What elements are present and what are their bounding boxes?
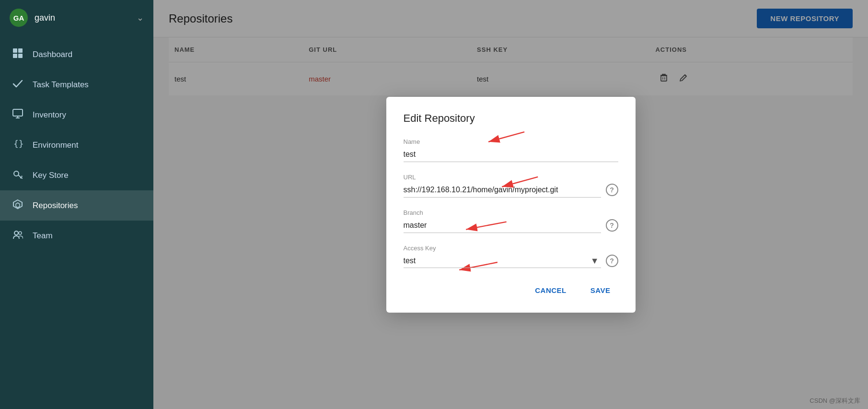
sidebar-item-environment-label: Environment bbox=[33, 140, 78, 150]
svg-marker-13 bbox=[16, 203, 20, 208]
check-icon bbox=[12, 78, 24, 91]
edit-repository-dialog: Edit Repository bbox=[386, 97, 636, 313]
svg-point-14 bbox=[14, 231, 18, 235]
sidebar-header: GA gavin ⌄ bbox=[0, 0, 153, 35]
name-label: Name bbox=[404, 138, 618, 145]
repo-icon bbox=[12, 199, 24, 212]
svg-rect-0 bbox=[13, 48, 17, 53]
cancel-button[interactable]: CANCEL bbox=[527, 281, 574, 299]
sidebar-item-repositories[interactable]: Repositories bbox=[0, 190, 153, 221]
branch-field-group: Branch ? bbox=[404, 209, 618, 233]
access-key-select[interactable]: test bbox=[404, 254, 601, 268]
sidebar-item-inventory-label: Inventory bbox=[33, 110, 66, 120]
url-label: URL bbox=[404, 174, 618, 181]
access-key-label: Access Key bbox=[404, 245, 618, 252]
team-icon bbox=[12, 229, 24, 242]
sidebar-item-task-templates-label: Task Templates bbox=[33, 80, 89, 90]
url-input[interactable] bbox=[404, 183, 601, 198]
braces-icon: {} bbox=[12, 139, 24, 152]
sidebar-item-team[interactable]: Team bbox=[0, 221, 153, 251]
svg-rect-2 bbox=[13, 54, 17, 58]
chevron-down-icon[interactable]: ⌄ bbox=[137, 12, 144, 23]
access-key-field-group: Access Key test ▼ ? bbox=[404, 245, 618, 268]
name-field-group: Name bbox=[404, 138, 618, 162]
sidebar-item-environment[interactable]: {} Environment bbox=[0, 130, 153, 160]
access-key-help-icon[interactable]: ? bbox=[606, 255, 618, 267]
access-key-select-wrapper: test ▼ bbox=[404, 254, 601, 268]
svg-rect-3 bbox=[18, 54, 23, 58]
monitor-icon bbox=[12, 108, 24, 121]
url-help-icon[interactable]: ? bbox=[606, 184, 618, 196]
main-content: Repositories NEW REPOSITORY NAME GIT URL… bbox=[153, 0, 868, 409]
sidebar-item-key-store-label: Key Store bbox=[33, 171, 69, 180]
svg-text:{}: {} bbox=[13, 139, 23, 149]
sidebar-item-team-label: Team bbox=[33, 231, 53, 241]
dialog-title: Edit Repository bbox=[404, 112, 618, 125]
svg-point-15 bbox=[19, 232, 22, 234]
svg-rect-4 bbox=[13, 109, 23, 116]
sidebar-item-task-templates[interactable]: Task Templates bbox=[0, 70, 153, 100]
avatar: GA bbox=[10, 9, 28, 27]
sidebar-item-inventory[interactable]: Inventory bbox=[0, 100, 153, 130]
branch-input[interactable] bbox=[404, 218, 601, 233]
sidebar-item-dashboard-label: Dashboard bbox=[33, 50, 72, 59]
svg-rect-1 bbox=[18, 48, 23, 53]
url-field-group: URL ? bbox=[404, 174, 618, 198]
modal-overlay: Edit Repository bbox=[153, 0, 868, 409]
sidebar: GA gavin ⌄ Dashboard Task Templates Inve… bbox=[0, 0, 153, 409]
branch-help-icon[interactable]: ? bbox=[606, 219, 618, 232]
dialog-actions: CANCEL SAVE bbox=[404, 281, 618, 299]
sidebar-nav: Dashboard Task Templates Inventory {} En… bbox=[0, 39, 153, 251]
save-button[interactable]: SAVE bbox=[583, 281, 618, 299]
name-input[interactable] bbox=[404, 147, 618, 162]
username-label: gavin bbox=[35, 13, 130, 23]
branch-label: Branch bbox=[404, 209, 618, 216]
sidebar-item-key-store[interactable]: Key Store bbox=[0, 160, 153, 190]
sidebar-item-repositories-label: Repositories bbox=[33, 201, 78, 210]
dashboard-icon bbox=[12, 48, 24, 61]
key-icon bbox=[12, 169, 24, 182]
sidebar-item-dashboard[interactable]: Dashboard bbox=[0, 39, 153, 70]
